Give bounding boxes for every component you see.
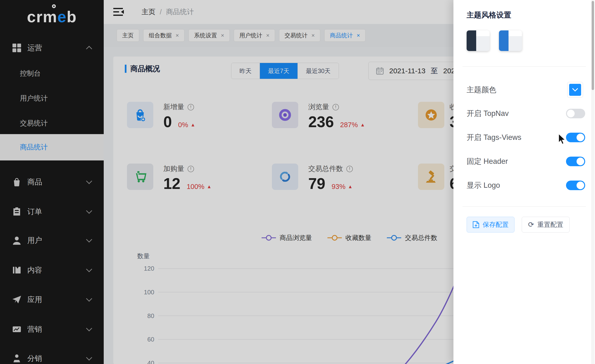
theme-preview-sidebar-dark [467,30,476,51]
drawer-scrollbar[interactable] [591,0,595,364]
toggle-knob [577,182,584,189]
scrollbar-thumb[interactable] [592,1,594,90]
show-logo-row: 显示 Logo [467,178,584,193]
theme-color-select[interactable] [567,82,583,98]
theme-preview-header [509,30,522,36]
theme-preview-sidebar-blue [499,30,509,51]
save-button-label: 保存配置 [483,220,509,229]
topnav-toggle[interactable] [566,109,585,118]
reset-config-button[interactable]: ⟳ 重置配置 [522,217,570,232]
app-screen: crmeb 运营 控制台 用户统计 交易统计 商品统计 商品 [0,0,595,364]
theme-preview-header [476,30,490,36]
drawer-title: 主题风格设置 [467,10,511,20]
document-plus-icon [473,221,479,228]
setting-label: 固定 Header [467,156,508,167]
fixed-header-row: 固定 Header [467,154,584,169]
toggle-knob [577,134,584,141]
theme-option-dark[interactable] [467,30,490,51]
setting-label: 开启 TopNav [467,108,509,119]
divider [462,66,586,67]
toggle-knob [577,158,584,165]
toggle-knob [567,110,575,117]
theme-color-row: 主题颜色 [467,82,584,98]
setting-label: 主题颜色 [467,85,496,95]
theme-option-blue[interactable] [499,30,522,51]
chevron-down-icon [572,88,578,92]
setting-label: 显示 Logo [467,180,500,190]
save-config-button[interactable]: 保存配置 [467,217,515,232]
mouse-cursor [558,133,568,147]
show-logo-toggle[interactable] [566,181,585,190]
divider [462,206,586,207]
topnav-row: 开启 TopNav [467,106,584,121]
theme-settings-drawer: 主题风格设置 主题颜色 开启 TopNav 开启 [453,0,595,364]
setting-label: 开启 Tags-Views [467,133,521,142]
fixed-header-toggle[interactable] [566,157,585,166]
modal-overlay[interactable] [0,0,453,364]
refresh-icon: ⟳ [528,221,534,228]
tags-views-toggle[interactable] [566,133,585,142]
reset-button-label: 重置配置 [538,220,563,229]
color-swatch [569,84,581,96]
